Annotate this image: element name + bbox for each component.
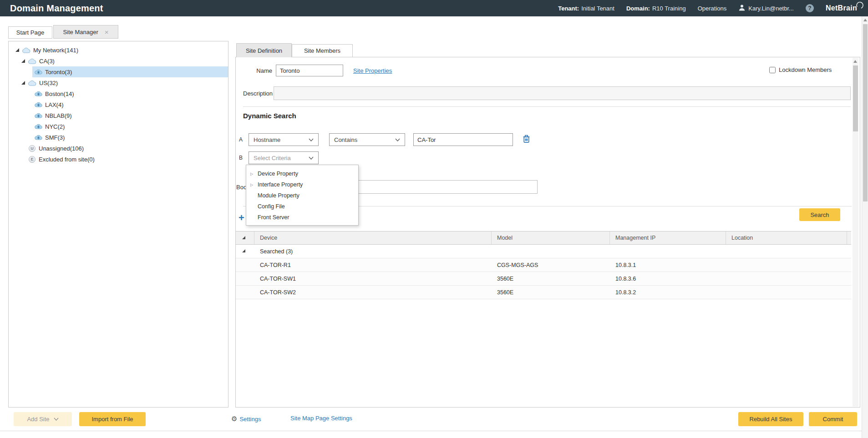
panel-scrollbar-thumb[interactable] [853, 65, 858, 131]
tree-item-lax[interactable]: LAX(4) [9, 99, 228, 110]
criteria-a-label: A [239, 136, 243, 143]
criteria-a-operator-select[interactable]: Contains [329, 133, 405, 146]
panel-scrollbar[interactable] [853, 58, 858, 407]
site-map-page-settings-label: Site Map Page Settings [290, 415, 352, 422]
site-map-page-settings-link[interactable]: Site Map Page Settings [290, 415, 352, 422]
help-icon[interactable]: ? [806, 4, 814, 12]
site-icon [35, 69, 42, 75]
tab-site-manager[interactable]: Site Manager × [53, 25, 118, 39]
excluded-icon: E [29, 156, 36, 163]
search-button[interactable]: Search [799, 208, 840, 221]
collapse-group-icon[interactable] [236, 248, 254, 255]
settings-label: Settings [239, 416, 261, 423]
close-tab-icon[interactable]: × [105, 29, 109, 35]
tab-site-definition[interactable]: Site Definition [236, 43, 292, 57]
tree-item-my-network[interactable]: My Network(141) [9, 45, 228, 55]
column-header-management-ip[interactable]: Management IP [610, 232, 726, 244]
tree-item-label: SMF(3) [45, 134, 65, 141]
menu-item-config-file[interactable]: Config File [246, 201, 358, 212]
tree-item-excluded[interactable]: E Excluded from site(0) [9, 154, 228, 165]
tree-item-smf[interactable]: SMF(3) [9, 132, 228, 143]
settings-link[interactable]: ⚙ Settings [231, 415, 261, 423]
delete-criteria-icon[interactable] [523, 135, 530, 145]
menu-item-front-server[interactable]: Front Server [246, 212, 358, 223]
tree-item-us[interactable]: US(32) [9, 77, 228, 88]
commit-button[interactable]: Commit [809, 412, 857, 426]
expand-right-icon[interactable]: ▷ [250, 172, 258, 176]
netbrain-logo: NetBrain [826, 4, 863, 12]
logo-swirl-icon [855, 0, 864, 10]
cloud-icon [28, 80, 36, 86]
tab-start-page[interactable]: Start Page [8, 26, 52, 39]
select-criteria-dropdown-menu: ▷ Device Property ▷ Interface Property M… [246, 165, 359, 226]
expand-icon[interactable] [21, 59, 25, 63]
operations-menu[interactable]: Operations [698, 5, 727, 12]
table-header-row: Device Model Management IP Location [236, 231, 851, 245]
page-scrollbar-thumb[interactable] [863, 24, 868, 201]
scroll-up-icon[interactable] [863, 19, 867, 21]
expand-icon[interactable] [15, 48, 20, 52]
tree-item-label: Toronto(3) [45, 69, 72, 76]
rebuild-all-sites-button[interactable]: Rebuild All Sites [738, 412, 803, 426]
tree-item-unassigned[interactable]: U Unassigned(106) [9, 143, 228, 154]
add-criteria-icon[interactable]: + [239, 212, 244, 224]
tree-item-label: LAX(4) [45, 101, 63, 108]
tab-site-members-label: Site Members [304, 47, 340, 54]
menu-item-label: Front Server [258, 214, 289, 221]
menu-item-module-property[interactable]: Module Property [246, 190, 358, 201]
collapse-all-icon[interactable] [236, 232, 254, 244]
table-row[interactable]: CA-TOR-SW2 3560E 10.8.3.2 [236, 286, 851, 299]
cell-device: CA-TOR-R1 [254, 262, 492, 268]
expand-right-icon[interactable]: ▷ [250, 183, 258, 187]
expand-icon[interactable] [21, 81, 25, 85]
tab-site-members[interactable]: Site Members [292, 44, 353, 57]
app-title: Domain Management [0, 3, 103, 14]
tree-item-label: NBLAB(9) [45, 112, 72, 119]
boolean-expression-label: Boo [236, 184, 247, 191]
table-row[interactable]: CA-TOR-R1 CGS-MGS-AGS 10.8.3.1 [236, 258, 851, 272]
menu-item-label: Interface Property [258, 181, 303, 188]
tree-item-nyc[interactable]: NYC(2) [9, 121, 228, 132]
site-icon [35, 102, 42, 107]
criteria-a-field-select[interactable]: Hostname [249, 133, 319, 146]
table-row[interactable]: CA-TOR-SW1 3560E 10.8.3.6 [236, 272, 851, 286]
cell-device: CA-TOR-SW1 [254, 276, 492, 282]
tenant-value: Initial Tenant [581, 5, 614, 12]
chevron-down-icon [309, 156, 314, 160]
site-name-input[interactable] [276, 65, 343, 76]
tree-item-nblab[interactable]: NBLAB(9) [9, 110, 228, 121]
tree-item-label: NYC(2) [45, 123, 65, 130]
description-input[interactable] [274, 86, 851, 100]
menu-item-label: Module Property [258, 192, 299, 199]
user-menu[interactable]: Kary.Lin@netbr... [738, 4, 794, 13]
chevron-down-icon [395, 138, 400, 141]
criteria-b-field-select[interactable]: Select Criteria [249, 151, 319, 164]
add-site-button[interactable]: Add Site [14, 412, 72, 426]
cell-model: 3560E [492, 276, 610, 282]
cell-model: CGS-MGS-AGS [492, 262, 610, 268]
criteria-a-value-input[interactable] [413, 133, 513, 146]
column-header-device[interactable]: Device [254, 232, 492, 244]
import-from-file-button[interactable]: Import from File [79, 412, 146, 426]
menu-item-interface-property[interactable]: ▷ Interface Property [246, 179, 358, 190]
column-header-location[interactable]: Location [726, 232, 847, 244]
footer-divider [0, 431, 868, 431]
site-properties-link[interactable]: Site Properties [353, 67, 392, 74]
menu-item-device-property[interactable]: ▷ Device Property [246, 168, 358, 179]
tree-item-toronto-selected[interactable]: Toronto(3) [9, 66, 228, 77]
tree-item-label: Excluded from site(0) [39, 156, 95, 163]
name-label: Name [243, 67, 272, 74]
tree-item-boston[interactable]: Boston(14) [9, 88, 228, 99]
site-icon [35, 113, 42, 118]
add-site-label: Add Site [27, 416, 49, 423]
domain-info[interactable]: Domain:R10 Training [626, 5, 686, 12]
scroll-up-icon[interactable] [853, 60, 857, 63]
table-group-row[interactable]: Searched (3) [236, 245, 851, 258]
column-header-model[interactable]: Model [492, 232, 610, 244]
page-scrollbar[interactable] [862, 16, 868, 438]
section-divider [243, 106, 851, 107]
criteria-a-field-value: Hostname [254, 136, 280, 143]
gear-icon: ⚙ [231, 415, 237, 423]
tree-item-ca[interactable]: CA(3) [9, 55, 228, 66]
lockdown-members-checkbox[interactable] [769, 67, 776, 73]
